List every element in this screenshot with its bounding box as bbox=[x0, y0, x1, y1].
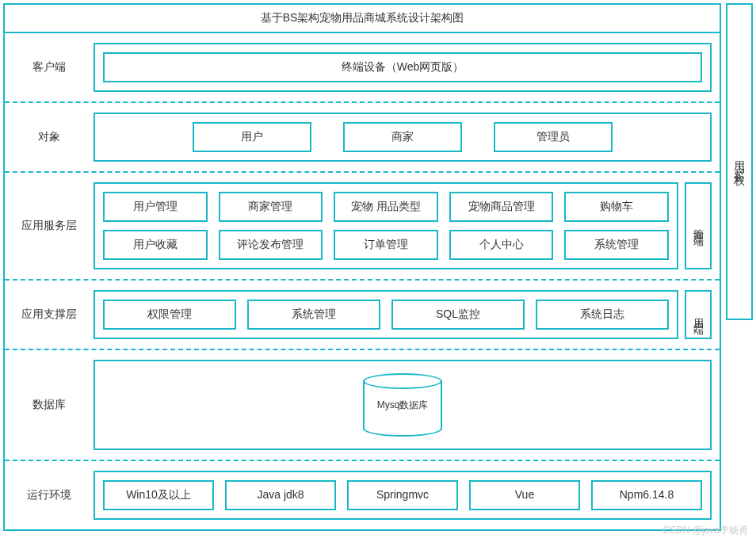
box-jdk8: Java jdk8 bbox=[225, 480, 336, 510]
box-merchant-mgmt: 商家管理 bbox=[219, 192, 323, 222]
row-object: 对象 用户 商家 管理员 bbox=[5, 103, 720, 173]
box-terminal-device: 终端设备（Web网页版） bbox=[103, 52, 702, 82]
box-vue: Vue bbox=[469, 480, 580, 510]
row-runtime-label: 运行环境 bbox=[13, 471, 86, 520]
row-service-body: 用户管理 商家管理 宠物 用品类型 宠物商品管理 购物车 用户收藏 评论发布管理… bbox=[94, 182, 678, 269]
main-column: 基于BS架构宠物用品商城系统设计架构图 客户端 终端设备（Web网页版） 对象 … bbox=[3, 3, 721, 531]
box-personal-center: 个人中心 bbox=[449, 230, 554, 260]
box-admin-side: 管理端 bbox=[685, 182, 712, 269]
box-admin-role: 管理员 bbox=[494, 122, 613, 152]
box-system-log: 系统日志 bbox=[536, 300, 669, 330]
row-database-body: Mysq数据库 bbox=[94, 360, 712, 450]
box-springmvc: Springmvc bbox=[347, 480, 458, 510]
row-object-body: 用户 商家 管理员 bbox=[94, 113, 712, 162]
box-comment-publish-mgmt: 评论发布管理 bbox=[219, 230, 323, 260]
box-user-role: 用户 bbox=[193, 122, 311, 152]
diagram-root: 基于BS架构宠物用品商城系统设计架构图 客户端 终端设备（Web网页版） 对象 … bbox=[3, 3, 753, 531]
row-support-body: 权限管理 系统管理 SQL监控 系统日志 bbox=[94, 290, 678, 339]
box-permission-mgmt: 权限管理 bbox=[103, 300, 236, 330]
database-cylinder-label: Mysq数据库 bbox=[377, 399, 429, 412]
row-client-body: 终端设备（Web网页版） bbox=[94, 43, 712, 92]
row-service: 应用服务层 用户管理 商家管理 宠物 用品类型 宠物商品管理 购物车 用户收藏 … bbox=[5, 173, 720, 281]
box-user-favorites: 用户收藏 bbox=[103, 230, 208, 260]
box-user-auth: 用户鉴权 bbox=[726, 3, 753, 320]
row-database-label: 数据库 bbox=[13, 360, 86, 450]
row-client-label: 客户端 bbox=[13, 43, 86, 92]
box-win10: Win10及以上 bbox=[103, 480, 214, 510]
box-user-side: 用户端 bbox=[685, 290, 712, 339]
row-database: 数据库 Mysq数据库 bbox=[5, 350, 720, 461]
row-runtime: 运行环境 Win10及以上 Java jdk8 Springmvc Vue Np… bbox=[5, 461, 720, 529]
box-user-mgmt: 用户管理 bbox=[103, 192, 208, 222]
watermark-text: CSDN @java李杨勇 bbox=[662, 524, 748, 534]
box-sql-monitor: SQL监控 bbox=[391, 300, 525, 330]
row-service-label: 应用服务层 bbox=[13, 182, 86, 269]
row-client: 客户端 终端设备（Web网页版） bbox=[5, 33, 720, 103]
row-support: 应用支撑层 权限管理 系统管理 SQL监控 系统日志 用户端 bbox=[5, 281, 720, 350]
row-object-label: 对象 bbox=[13, 113, 86, 162]
diagram-title: 基于BS架构宠物用品商城系统设计架构图 bbox=[5, 5, 720, 33]
box-system-mgmt: 系统管理 bbox=[564, 230, 669, 260]
box-order-mgmt: 订单管理 bbox=[334, 230, 438, 260]
box-merchant-role: 商家 bbox=[343, 122, 462, 152]
row-support-label: 应用支撑层 bbox=[13, 290, 86, 339]
row-runtime-body: Win10及以上 Java jdk8 Springmvc Vue Npm6.14… bbox=[94, 471, 712, 520]
box-shopping-cart: 购物车 bbox=[564, 192, 669, 222]
database-cylinder-icon: Mysq数据库 bbox=[363, 373, 442, 437]
box-npm: Npm6.14.8 bbox=[591, 480, 702, 510]
box-system-mgmt2: 系统管理 bbox=[247, 300, 380, 330]
box-pet-product-mgmt: 宠物商品管理 bbox=[449, 192, 554, 222]
right-column: 用户鉴权 bbox=[726, 3, 753, 531]
box-pet-product-type: 宠物 用品类型 bbox=[334, 192, 438, 222]
